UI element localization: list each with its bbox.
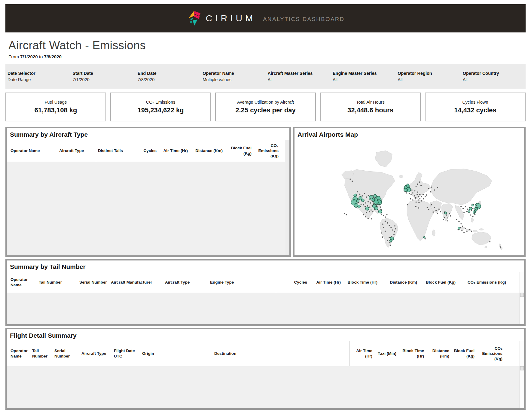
arrival-airport-mark[interactable] <box>460 223 462 224</box>
arrival-airport-mark[interactable] <box>438 208 440 210</box>
filter-value[interactable]: 7/1/2020 <box>72 77 135 82</box>
arrival-airport-mark[interactable] <box>374 198 375 199</box>
arrival-airport-mark[interactable] <box>476 205 477 206</box>
arrival-airport-mark[interactable] <box>371 195 373 196</box>
column-header-taxi-min[interactable]: Taxi (Min) <box>374 341 398 366</box>
column-header-block-fuel-kg[interactable]: Block Fuel (Kg) <box>419 272 457 293</box>
filter-date-selector[interactable]: Date SelectorDate Range <box>5 71 70 82</box>
column-header-aircraft-type[interactable]: Aircraft Type <box>80 341 112 366</box>
arrival-airport-mark[interactable] <box>425 238 426 239</box>
arrival-airport-mark[interactable] <box>379 204 380 205</box>
arrival-airport-mark[interactable] <box>426 194 427 196</box>
column-header-tail-number[interactable]: Tail Number <box>30 341 53 366</box>
arrival-airport-mark[interactable] <box>377 203 378 205</box>
arrival-airport-mark[interactable] <box>349 178 351 180</box>
arrival-airport-mark[interactable] <box>447 217 448 218</box>
arrival-airport-mark[interactable] <box>434 207 435 208</box>
filter-aircraft-master-series[interactable]: Aircraft Master SeriesAll <box>266 71 331 82</box>
world-map[interactable] <box>294 140 524 255</box>
arrival-airport-mark[interactable] <box>458 221 459 222</box>
arrival-airport-mark[interactable] <box>467 208 468 210</box>
arrival-airport-mark[interactable] <box>358 202 359 203</box>
arrival-airport-mark[interactable] <box>346 214 347 215</box>
column-header-flight-date-utc[interactable]: Flight Date UTC <box>112 341 140 366</box>
column-header-serial-number[interactable]: Serial Number <box>78 272 109 293</box>
arrival-airport-mark[interactable] <box>392 230 393 231</box>
arrival-airport-mark[interactable] <box>365 206 366 207</box>
arrival-airport-mark[interactable] <box>430 191 431 192</box>
filter-value[interactable]: All <box>398 77 460 82</box>
column-header-operator-name[interactable]: Operator Name <box>7 341 30 366</box>
arrival-airport-mark[interactable] <box>421 196 422 197</box>
arrival-airport-mark[interactable] <box>359 193 360 195</box>
arrival-airport-mark[interactable] <box>500 246 501 248</box>
column-header-aircraft-type[interactable]: Aircraft Type <box>163 272 208 293</box>
arrival-airport-mark[interactable] <box>421 200 422 202</box>
arrival-airport-mark[interactable] <box>366 212 367 213</box>
filter-value[interactable]: All <box>268 77 331 82</box>
arrival-airport-mark[interactable] <box>415 198 416 199</box>
arrival-airport-mark[interactable] <box>465 228 466 229</box>
column-header-co-emissions-kg[interactable]: CO₂ Emissions (Kg) <box>476 341 505 366</box>
arrival-cluster-mark[interactable] <box>377 196 380 200</box>
filter-engine-master-series[interactable]: Engine Master SeriesAll <box>331 71 395 82</box>
column-header-block-time-hr[interactable]: Block Time (Hr) <box>398 341 426 366</box>
arrival-airport-mark[interactable] <box>459 227 461 228</box>
arrival-airport-mark[interactable] <box>415 202 417 203</box>
column-header-cycles[interactable]: Cycles <box>133 140 158 162</box>
arrival-airport-mark[interactable] <box>376 206 377 207</box>
filter-operator-region[interactable]: Operator RegionAll <box>395 71 460 82</box>
arrival-cluster-mark[interactable] <box>423 236 425 238</box>
arrival-airport-mark[interactable] <box>415 206 416 207</box>
arrival-airport-mark[interactable] <box>391 236 392 237</box>
arrival-airport-mark[interactable] <box>418 207 419 208</box>
arrival-airport-mark[interactable] <box>352 181 353 182</box>
flight-detail-scrollbar[interactable] <box>520 341 524 408</box>
arrival-cluster-mark[interactable] <box>389 239 392 242</box>
arrival-airport-mark[interactable] <box>344 213 345 214</box>
arrival-airport-mark[interactable] <box>375 204 376 205</box>
arrival-airport-mark[interactable] <box>370 198 371 199</box>
column-header-air-time-hr[interactable]: Air Time (Hr) <box>349 341 374 366</box>
arrival-airport-mark[interactable] <box>363 214 364 215</box>
arrival-airport-mark[interactable] <box>417 199 419 201</box>
arrival-airport-mark[interactable] <box>468 212 470 213</box>
arrival-airport-mark[interactable] <box>418 202 420 203</box>
column-header-engine-type[interactable]: Engine Type <box>208 272 276 293</box>
arrival-airport-mark[interactable] <box>407 204 408 205</box>
arrival-airport-mark[interactable] <box>383 227 384 228</box>
arrival-airport-mark[interactable] <box>380 209 382 210</box>
arrival-airport-mark[interactable] <box>368 195 369 196</box>
arrival-airport-mark[interactable] <box>385 231 386 232</box>
arrival-airport-mark[interactable] <box>417 194 418 195</box>
arrival-airport-mark[interactable] <box>437 187 438 188</box>
arrival-cluster-mark[interactable] <box>365 207 369 210</box>
aircraft-type-scrollbar[interactable] <box>285 140 289 255</box>
arrival-cluster-mark[interactable] <box>406 184 409 187</box>
arrival-airport-mark[interactable] <box>423 194 424 195</box>
arrival-airport-mark[interactable] <box>386 214 388 215</box>
filter-value[interactable]: 7/8/2020 <box>138 77 200 82</box>
filter-end-date[interactable]: End Date7/8/2020 <box>136 71 200 82</box>
arrival-airport-mark[interactable] <box>418 196 419 197</box>
arrival-airport-mark[interactable] <box>368 201 369 202</box>
column-header-origin[interactable]: Origin <box>140 341 212 366</box>
arrival-airport-mark[interactable] <box>357 191 358 192</box>
arrival-airport-mark[interactable] <box>394 225 395 227</box>
arrival-airport-mark[interactable] <box>362 195 363 196</box>
arrival-airport-mark[interactable] <box>371 218 372 219</box>
arrival-airport-mark[interactable] <box>366 196 367 198</box>
arrival-airport-mark[interactable] <box>456 219 457 220</box>
column-header-tail-number[interactable]: Tail Number <box>37 272 78 293</box>
arrival-cluster-mark[interactable] <box>354 194 357 197</box>
column-header-aircraft-type[interactable]: Aircraft Type <box>57 140 96 162</box>
arrival-airport-mark[interactable] <box>449 213 450 214</box>
arrival-airport-mark[interactable] <box>374 209 375 210</box>
arrival-airport-mark[interactable] <box>369 206 371 208</box>
arrival-cluster-mark[interactable] <box>404 188 407 192</box>
arrival-airport-mark[interactable] <box>372 205 373 206</box>
arrival-airport-mark[interactable] <box>423 198 424 199</box>
column-header-co-emissions-kg[interactable]: CO₂ Emissions (Kg) <box>457 272 508 293</box>
arrival-airport-mark[interactable] <box>382 236 383 238</box>
arrival-airport-mark[interactable] <box>412 192 414 193</box>
